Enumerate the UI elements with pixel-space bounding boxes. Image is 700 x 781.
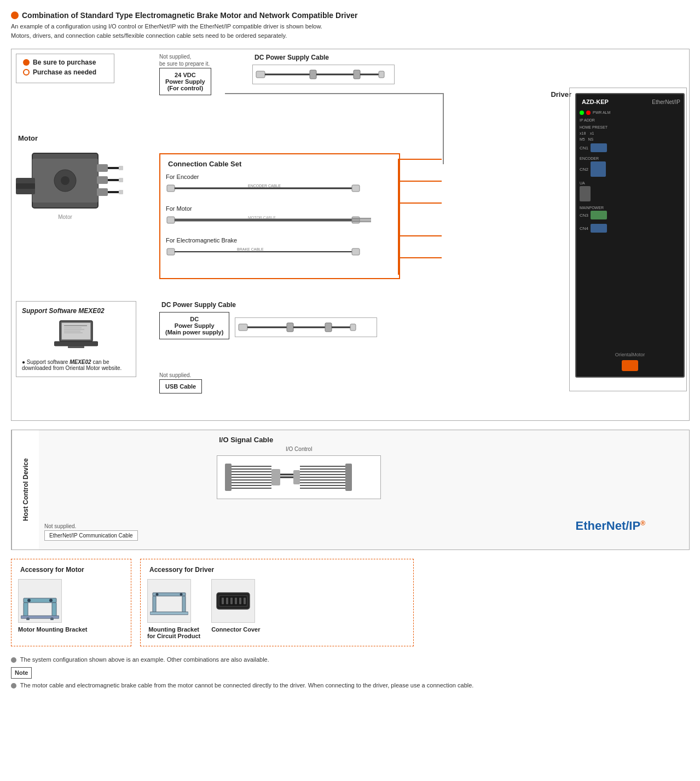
cn2-connector — [591, 161, 606, 177]
svg-rect-47 — [68, 346, 84, 348]
support-title: Support Software MEXE02 — [22, 307, 130, 315]
svg-rect-88 — [153, 596, 156, 612]
svg-rect-100 — [239, 598, 241, 604]
connector-cover-item: Connector Cover — [211, 579, 260, 639]
not-supplied-bottom: Not supplied. EtherNet/IP Communication … — [44, 523, 138, 541]
for-encoder-row: For Encoder ENCODER CABLE — [166, 173, 394, 195]
driver-body: PWR ALM IP ADDR HOME PRESET x18 x1 M5 NS… — [580, 111, 680, 233]
dc-cable-bottom-label: DC Power Supply Cable — [159, 301, 377, 309]
svg-rect-52 — [325, 323, 332, 332]
ethernet-ip-text: EtherNet/IP® — [576, 519, 645, 533]
dc-power-supply-box: DC Power Supply (Main power supply) — [159, 312, 229, 339]
not-supplied-text: Not supplied, — [159, 54, 211, 60]
ethernet-cable-box: EtherNet/IP Communication Cable — [44, 530, 138, 541]
cn1-row: CN1 — [580, 143, 680, 152]
power24-area: Not supplied, be sure to prepare it. 24 … — [159, 54, 211, 95]
svg-rect-18 — [310, 70, 316, 79]
ua-label: UA — [580, 181, 680, 185]
svg-rect-6 — [97, 188, 108, 196]
gray-h-line-top — [225, 93, 444, 94]
svg-rect-27 — [167, 217, 175, 223]
subtitle: An example of a configuration using I/O … — [11, 22, 689, 40]
orange-h-line-3 — [398, 203, 442, 204]
dc-cable-bottom-svg — [238, 320, 358, 335]
gray-v-line-right — [443, 93, 444, 164]
svg-rect-82 — [21, 616, 59, 618]
orange-corner — [398, 274, 399, 275]
accessory-motor-box: Accessory for Motor — [11, 559, 131, 646]
cn1-connector — [591, 143, 607, 152]
home-preset-label: HOME PRESET — [580, 125, 680, 129]
orange-v-line-1 — [398, 159, 399, 274]
filled-circle-icon — [23, 59, 30, 66]
svg-point-86 — [49, 599, 53, 602]
svg-rect-48 — [239, 324, 247, 331]
note1: The system configuration shown above is … — [11, 655, 689, 665]
ms-ns-labels: M5 NS — [580, 137, 680, 141]
legend-be-sure: Be sure to purchase — [23, 59, 107, 66]
laptop-icon — [22, 318, 130, 356]
io-signal-area: I/O Signal Cable I/O Control — [217, 436, 381, 499]
svg-rect-50 — [287, 323, 293, 332]
motor-cable-svg: MOTOR CABLE — [166, 214, 374, 226]
usb-area: Not supplied. USB Cable — [159, 372, 202, 394]
svg-rect-101 — [244, 598, 246, 604]
svg-rect-97 — [226, 598, 228, 604]
orange-h-line-2 — [398, 181, 442, 182]
svg-text:Motor: Motor — [58, 214, 72, 220]
svg-rect-10 — [119, 166, 123, 170]
motor-bracket-item: Motor Mounting Bracket — [18, 579, 88, 633]
multiplier-labels: x18 x1 — [580, 131, 680, 135]
driver-label-outside: Driver — [548, 90, 571, 99]
svg-text:ENCODER CABLE: ENCODER CABLE — [248, 184, 281, 188]
legend-purchase-as-needed: Purchase as needed — [23, 68, 107, 76]
svg-text:MOTOR CABLE: MOTOR CABLE — [248, 216, 276, 219]
support-software-box: Support Software MEXE02 ● Support softwa… — [16, 301, 136, 377]
host-label-vertical: Host Control Device — [11, 430, 39, 549]
ethernet-ip-area: EtherNet/IP® — [576, 519, 645, 533]
connector-cover-image — [211, 579, 255, 623]
note2-gray-circle-icon — [11, 683, 16, 689]
io-cable-title: I/O Signal Cable — [217, 436, 381, 444]
cn3-row: CN3 — [580, 211, 680, 219]
svg-rect-11 — [119, 178, 123, 182]
power24-box: 24 VDC Power Supply (For control) — [159, 68, 211, 95]
motor-svg: Motor — [16, 142, 125, 230]
motor-bracket-image — [18, 579, 62, 623]
svg-rect-12 — [119, 190, 123, 194]
dc-cable-top-label: DC Power Supply Cable — [252, 54, 395, 61]
encoder-label: ENCODER — [580, 157, 680, 160]
svg-rect-20 — [354, 70, 360, 79]
svg-rect-46 — [54, 342, 98, 346]
host-content: I/O Signal Cable I/O Control — [39, 430, 689, 549]
svg-point-92 — [180, 593, 183, 596]
svg-rect-23 — [167, 185, 175, 192]
svg-rect-34 — [167, 248, 175, 255]
svg-rect-54 — [350, 324, 356, 331]
circuit-bracket-image — [147, 579, 191, 623]
svg-point-14 — [61, 176, 70, 185]
main-diagram: Be sure to purchase Purchase as needed M… — [11, 49, 690, 421]
cn4-row: CN4 — [580, 224, 680, 233]
svg-rect-65 — [271, 469, 280, 485]
accessories-row: Accessory for Motor — [11, 559, 689, 646]
motor-image: Motor — [16, 142, 125, 232]
orange-h-line-5 — [398, 257, 442, 258]
notes-section: The system configuration shown above is … — [11, 655, 689, 691]
alm-led — [586, 111, 591, 115]
svg-rect-90 — [150, 612, 188, 615]
for-motor-row: For Motor MOTOR CABLE — [166, 205, 394, 227]
dc-cable-top-area: DC Power Supply Cable — [252, 54, 395, 84]
brand-label: OrientalMotor — [615, 352, 645, 357]
connector-cover-svg — [214, 587, 252, 615]
cn3-connector — [591, 211, 607, 219]
motor-label: Motor — [16, 134, 38, 142]
dc-cable-bottom-area: DC Power Supply Cable DC Power Supply (M… — [159, 301, 377, 339]
svg-rect-98 — [230, 598, 233, 604]
orange-h-line-4 — [398, 235, 442, 236]
host-control-box: Host Control Device I/O Signal Cable I/O… — [11, 430, 690, 550]
cn2-row: CN2 — [580, 161, 680, 177]
dc-cable-bottom-image — [235, 317, 377, 337]
encoder-cable-svg: ENCODER CABLE — [166, 182, 374, 194]
svg-rect-99 — [235, 598, 237, 604]
